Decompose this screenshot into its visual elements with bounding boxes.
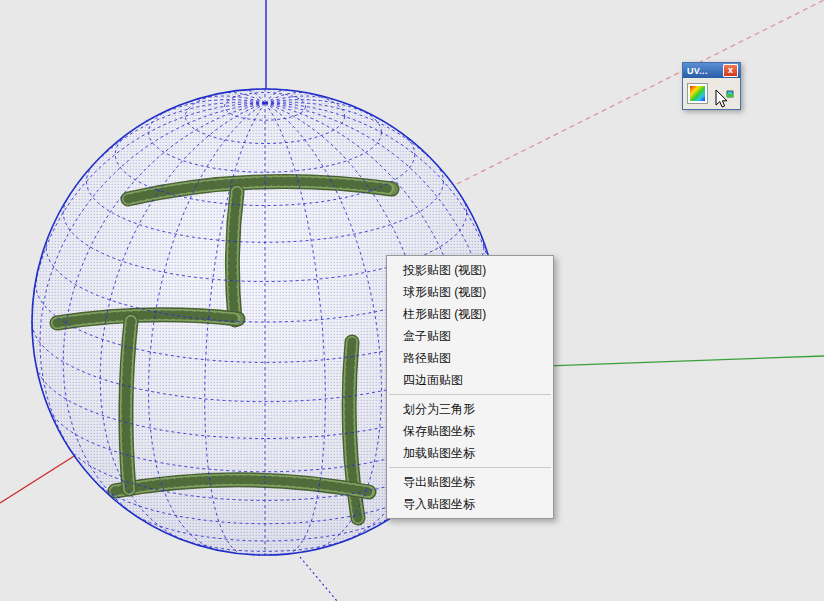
uv-gradient-swatch (690, 86, 705, 101)
close-icon[interactable]: x (723, 64, 738, 77)
hedge-texture-band (232, 192, 237, 320)
menu-item[interactable]: 四边面贴图 (387, 369, 553, 391)
menu-separator (389, 394, 551, 395)
menu-item[interactable]: 导入贴图坐标 (387, 493, 553, 515)
context-menu: 投影贴图 (视图)球形贴图 (视图)柱形贴图 (视图)盒子贴图路径贴图四边面贴图… (386, 255, 554, 519)
blue-axis-bottom-dotted (300, 557, 337, 601)
menu-item[interactable]: 盒子贴图 (387, 325, 553, 347)
menu-item[interactable]: 划分为三角形 (387, 398, 553, 420)
sketchup-viewport[interactable]: 投影贴图 (视图)球形贴图 (视图)柱形贴图 (视图)盒子贴图路径贴图四边面贴图… (0, 0, 824, 601)
menu-item[interactable]: 柱形贴图 (视图) (387, 303, 553, 325)
menu-separator (389, 467, 551, 468)
uv-titlebar[interactable]: UV... x (683, 63, 740, 78)
menu-item[interactable]: 保存贴图坐标 (387, 420, 553, 442)
menu-item[interactable]: 投影贴图 (视图) (387, 259, 553, 281)
arrow-cursor-icon (712, 88, 736, 112)
uv-rainbow-gradient-icon[interactable] (687, 83, 708, 104)
menu-item[interactable]: 球形贴图 (视图) (387, 281, 553, 303)
menu-item[interactable]: 加载贴图坐标 (387, 442, 553, 464)
menu-item[interactable]: 导出贴图坐标 (387, 471, 553, 493)
menu-item[interactable]: 路径贴图 (387, 347, 553, 369)
uv-window-title: UV... (687, 66, 723, 76)
red-axis-negative-dashed (457, 0, 824, 184)
